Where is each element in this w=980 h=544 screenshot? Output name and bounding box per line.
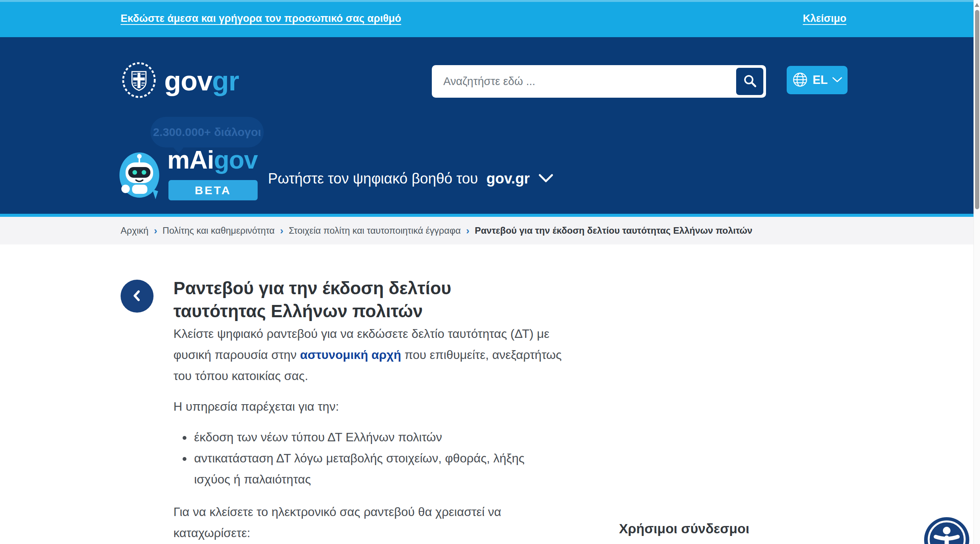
breadcrumb-link-documents[interactable]: Στοιχεία πολίτη και ταυτοποιητικά έγγραφ…	[289, 225, 461, 236]
breadcrumb-separator-icon: ›	[153, 225, 158, 237]
assistant-prompt-toggle[interactable]: Ρωτήστε τον ψηφιακό βοηθό του gov.gr	[268, 170, 554, 187]
chevron-down-icon	[538, 170, 554, 187]
chevron-down-icon	[832, 77, 842, 84]
chevron-left-icon	[131, 289, 144, 303]
promo-link[interactable]: Εκδώστε άμεσα και γρήγορα τον προσωπικό …	[121, 13, 401, 25]
govgr-logo[interactable]: govgr	[121, 62, 239, 100]
useful-links-sidebar: Χρήσιμοι σύνδεσμοι ›Δικαιολογητικά έκδοσ…	[619, 520, 849, 544]
search-icon	[743, 74, 757, 89]
breadcrumb-current: Ραντεβού για την έκδοση δελτίου ταυτότητ…	[475, 225, 752, 236]
beta-badge: BETA	[168, 180, 258, 200]
service-lead: Η υπηρεσία παρέχεται για την:	[173, 396, 562, 417]
language-code: EL	[813, 73, 828, 87]
breadcrumb-separator-icon: ›	[279, 225, 284, 237]
scrollbar-thumb[interactable]	[975, 10, 979, 209]
maigov-brand: mAigov	[167, 145, 258, 174]
scrollbar	[973, 0, 980, 544]
accessibility-button[interactable]	[924, 517, 969, 544]
assistant-stats-bubble: 2.300.000+ διάλογοι	[150, 117, 264, 147]
back-button[interactable]	[121, 280, 154, 313]
breadcrumb-link-citizen[interactable]: Πολίτης και καθημερινότητα	[163, 225, 275, 236]
breadcrumb: Αρχική › Πολίτης και καθημερινότητα › Στ…	[0, 217, 973, 244]
accessibility-person-icon	[924, 517, 969, 544]
breadcrumb-separator-icon: ›	[466, 225, 470, 237]
main-content: Ραντεβού για την έκδοση δελτίου ταυτότητ…	[0, 244, 973, 544]
scrollbar-up-arrow[interactable]	[975, 3, 979, 7]
promo-banner: Εκδώστε άμεσα και γρήγορα τον προσωπικό …	[0, 0, 973, 37]
intro-paragraph: Κλείστε ψηφιακό ραντεβού για να εκδώσετε…	[173, 323, 562, 387]
assistant-prompt-text: Ρωτήστε τον ψηφιακό βοηθό του	[268, 170, 478, 187]
assistant-prompt-bold: gov.gr	[487, 170, 530, 187]
banner-close-link[interactable]: Κλείσιμο	[803, 13, 846, 25]
breadcrumb-link-home[interactable]: Αρχική	[121, 225, 149, 236]
header-accent-line	[0, 214, 973, 217]
maigov-robot-avatar[interactable]	[119, 152, 159, 198]
closing-paragraph: Για να κλείσετε το ηλεκτρονικό σας ραντε…	[173, 501, 562, 544]
globe-icon	[792, 72, 808, 89]
govgr-logo-text: govgr	[164, 65, 239, 97]
list-item: αντικατάσταση ΔΤ λόγω μεταβολής στοιχείω…	[193, 448, 562, 490]
list-item: έκδοση των νέων τύπου ΔΤ Ελλήνων πολιτών	[193, 427, 562, 448]
site-header: govgr EL	[0, 37, 973, 214]
breadcrumb-bar: Αρχική › Πολίτης και καθημερινότητα › Στ…	[0, 217, 973, 244]
search-input[interactable]	[432, 75, 736, 88]
police-authority-link[interactable]: αστυνομική αρχή	[300, 348, 401, 362]
language-selector[interactable]: EL	[787, 66, 848, 94]
search-button[interactable]	[736, 68, 763, 95]
site-search	[432, 65, 766, 98]
greek-coat-of-arms-icon	[121, 62, 157, 100]
sidebar-title: Χρήσιμοι σύνδεσμοι	[619, 520, 849, 537]
page-title: Ραντεβού για την έκδοση δελτίου ταυτότητ…	[173, 277, 503, 323]
service-list: έκδοση των νέων τύπου ΔΤ Ελλήνων πολιτών…	[173, 427, 562, 490]
article-body: Κλείστε ψηφιακό ραντεβού για να εκδώσετε…	[173, 323, 562, 544]
